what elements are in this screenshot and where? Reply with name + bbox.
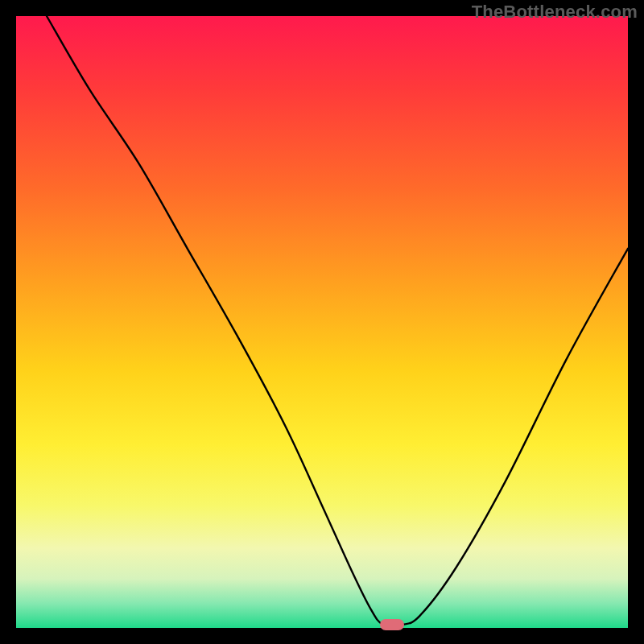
bottleneck-curve [16, 16, 628, 628]
watermark-text: TheBottleneck.com [472, 2, 638, 23]
chart-frame: TheBottleneck.com [0, 0, 644, 644]
curve-path [47, 16, 628, 626]
optimal-marker [380, 619, 404, 630]
